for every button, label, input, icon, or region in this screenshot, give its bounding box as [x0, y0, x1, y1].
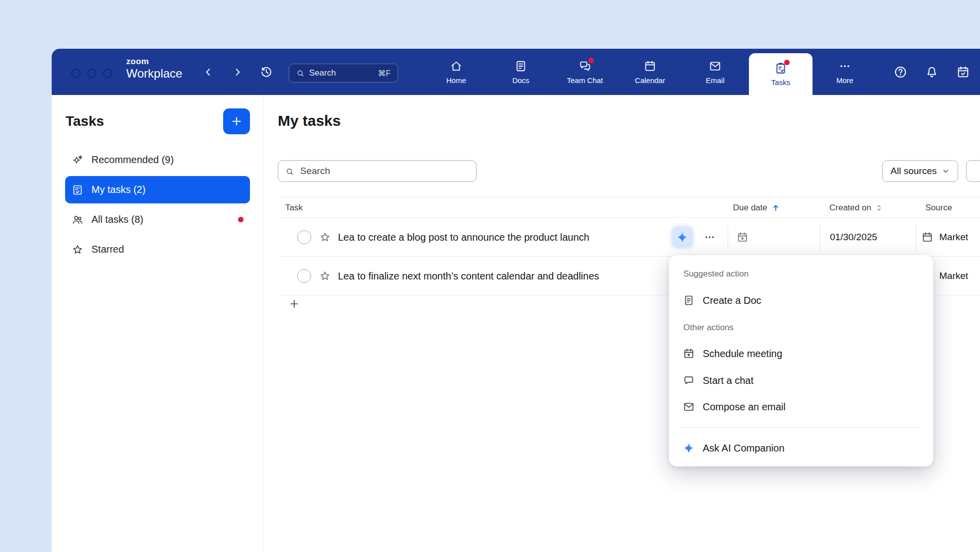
- email-icon: [709, 60, 722, 73]
- sidebar-item-all-tasks[interactable]: All tasks (8): [65, 206, 250, 233]
- tasks-sidebar: Tasks Recommended (9) My tasks (2) All t…: [52, 95, 264, 552]
- cell-divider: [916, 224, 916, 250]
- nav-team-chat[interactable]: Team Chat: [558, 49, 612, 95]
- task-list-icon: [72, 184, 83, 196]
- nav-more[interactable]: More: [817, 49, 872, 95]
- task-checkbox[interactable]: [297, 269, 311, 283]
- nav-home[interactable]: Home: [429, 49, 484, 95]
- menu-item-label: Compose an email: [703, 401, 786, 413]
- nav-calendar[interactable]: Calendar: [623, 49, 677, 95]
- zoom-workplace-logo: zoom Workplace: [126, 57, 182, 80]
- calendar-add-icon: [683, 348, 695, 360]
- sidebar-item-label: Recommended (9): [91, 154, 174, 166]
- task-row: Lea to create a blog post to announce th…: [278, 218, 980, 257]
- source-value: Market: [939, 257, 968, 295]
- table-header: Task Due date Created on Source: [278, 197, 980, 218]
- search-icon: [296, 69, 305, 78]
- plus-icon: [230, 115, 243, 128]
- menu-item-ask-ai-companion[interactable]: Ask AI Companion: [675, 435, 927, 461]
- sidebar-item-label: My tasks (2): [91, 184, 146, 195]
- clipped-toolbar-button[interactable]: [966, 160, 980, 182]
- task-checkbox[interactable]: [297, 230, 311, 244]
- menu-item-start-chat[interactable]: Start a chat: [675, 367, 927, 394]
- column-task: Task: [285, 197, 303, 218]
- search-shortcut: ⌘F: [378, 69, 391, 78]
- app-window: zoom Workplace Search ⌘F Home Docs: [52, 49, 980, 552]
- menu-divider: [681, 427, 921, 428]
- source-filter-dropdown[interactable]: All sources: [882, 160, 958, 182]
- window-control-1[interactable]: [71, 69, 81, 78]
- plus-icon: [288, 298, 300, 310]
- calendar-icon: [644, 60, 656, 73]
- page-title: My tasks: [278, 112, 341, 129]
- ai-companion-button[interactable]: [672, 227, 692, 247]
- sidebar-item-label: Starred: [91, 244, 124, 255]
- cell-divider: [728, 224, 728, 250]
- help-button[interactable]: [894, 65, 907, 79]
- back-button[interactable]: [202, 66, 215, 79]
- nav-team-chat-label: Team Chat: [567, 76, 603, 85]
- history-button[interactable]: [259, 65, 273, 79]
- sidebar-item-label: All tasks (8): [91, 214, 143, 225]
- nav-email[interactable]: Email: [688, 49, 742, 95]
- logo-workplace: Workplace: [126, 67, 182, 81]
- task-title[interactable]: Lea to create a blog post to announce th…: [338, 218, 589, 257]
- team-chat-badge: [588, 58, 594, 63]
- docs-icon: [514, 60, 527, 73]
- set-due-date-button[interactable]: [736, 231, 748, 243]
- nav-docs-label: Docs: [512, 76, 529, 85]
- menu-item-compose-email[interactable]: Compose an email: [675, 393, 927, 420]
- tasks-badge: [784, 60, 790, 65]
- menu-item-create-doc[interactable]: Create a Doc: [675, 287, 927, 314]
- new-task-button[interactable]: [223, 108, 250, 134]
- star-icon[interactable]: [319, 270, 331, 282]
- sort-ascending-icon: [771, 203, 781, 213]
- forward-button[interactable]: [231, 66, 244, 79]
- task-title[interactable]: Lea to finalize next month’s content cal…: [338, 257, 599, 295]
- sidebar-item-my-tasks[interactable]: My tasks (2): [65, 176, 250, 203]
- nav-docs[interactable]: Docs: [493, 49, 548, 95]
- task-more-button[interactable]: [704, 231, 716, 243]
- nav-more-label: More: [836, 76, 853, 85]
- calendar-widget-button[interactable]: [956, 65, 970, 79]
- window-control-2[interactable]: [87, 69, 96, 78]
- sidebar-menu: Recommended (9) My tasks (2) All tasks (…: [65, 146, 250, 266]
- logo-zoom: zoom: [126, 57, 182, 67]
- ai-star-icon: [683, 442, 695, 454]
- menu-item-label: Create a Doc: [703, 295, 761, 306]
- chevron-down-icon: [942, 167, 950, 175]
- sidebar-item-recommended[interactable]: Recommended (9): [65, 146, 250, 174]
- sidebar-title: Tasks: [66, 113, 104, 129]
- column-created-on[interactable]: Created on: [829, 197, 884, 218]
- star-icon: [72, 244, 83, 256]
- calendar-add-icon: [736, 231, 748, 243]
- people-icon: [72, 214, 83, 226]
- global-search[interactable]: Search ⌘F: [289, 64, 398, 83]
- all-tasks-badge: [238, 217, 244, 222]
- ellipsis-icon: [704, 231, 716, 243]
- suggested-action-heading: Suggested action: [683, 269, 748, 279]
- window-control-3[interactable]: [103, 69, 112, 78]
- menu-item-label: Schedule meeting: [703, 348, 782, 360]
- topbar: zoom Workplace Search ⌘F Home Docs: [52, 49, 980, 95]
- source-calendar-icon: [921, 231, 933, 243]
- other-actions-heading: Other actions: [683, 323, 734, 333]
- sparkle-icon: [72, 154, 83, 166]
- column-due-date[interactable]: Due date: [733, 197, 781, 218]
- menu-item-schedule-meeting[interactable]: Schedule meeting: [675, 340, 927, 367]
- task-search-input[interactable]: [278, 161, 476, 182]
- doc-icon: [683, 294, 695, 306]
- nav-tasks-label: Tasks: [771, 78, 790, 87]
- column-source: Source: [925, 197, 952, 218]
- sort-toggle-icon: [875, 203, 884, 212]
- notifications-button[interactable]: [925, 65, 939, 79]
- star-icon[interactable]: [319, 231, 331, 243]
- nav-tasks[interactable]: Tasks: [749, 53, 813, 95]
- created-on-value: 01/30/2025: [830, 218, 877, 257]
- ai-actions-menu: Suggested action Create a Doc Other acti…: [669, 255, 933, 466]
- menu-item-label: Start a chat: [703, 375, 753, 386]
- sidebar-item-starred[interactable]: Starred: [65, 236, 250, 263]
- chevron-left-icon: [202, 66, 215, 79]
- add-task-button[interactable]: [288, 298, 300, 310]
- bell-icon: [925, 65, 939, 79]
